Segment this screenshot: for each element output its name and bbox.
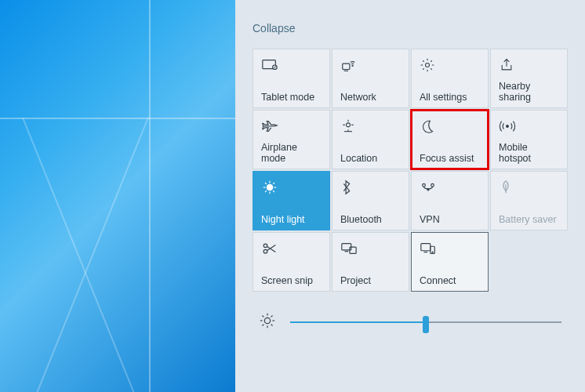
airplane-icon [261, 117, 322, 136]
quick-action-tiles: Tablet modeNetworkAll settingsNearby sha… [253, 49, 568, 292]
svg-point-5 [426, 64, 430, 67]
project-icon [340, 239, 401, 258]
tile-screen-snip[interactable]: Screen snip [253, 232, 330, 292]
collapse-link[interactable]: Collapse [253, 22, 568, 34]
brightness-thumb[interactable] [423, 316, 429, 333]
tile-label: Screen snip [261, 275, 322, 286]
tablet-icon [261, 56, 322, 74]
tile-label: Connect [420, 275, 480, 286]
brightness-fill [290, 321, 426, 323]
tile-night-light[interactable]: Night light [253, 171, 330, 230]
svg-point-8 [267, 184, 272, 190]
tile-label: Airplane mode [261, 142, 322, 164]
hotspot-icon [499, 117, 559, 136]
svg-line-37 [262, 325, 263, 326]
tile-vpn[interactable]: VPN [411, 171, 489, 230]
tile-airplane-mode[interactable]: Airplane mode [253, 110, 330, 169]
svg-point-17 [423, 183, 426, 187]
svg-point-18 [431, 183, 434, 187]
tile-nearby-sharing[interactable]: Nearby sharing [490, 49, 568, 108]
action-center-panel: Collapse Tablet modeNetworkAll settingsN… [235, 0, 585, 392]
svg-point-29 [432, 252, 433, 252]
tile-label: Project [340, 275, 401, 286]
tile-label: Focus assist [420, 153, 480, 164]
brightness-row [253, 312, 568, 332]
svg-point-19 [427, 189, 429, 191]
tile-label: Battery saver [499, 214, 559, 225]
tile-bluetooth[interactable]: Bluetooth [332, 171, 409, 230]
svg-point-6 [347, 123, 351, 127]
tile-label: Network [340, 92, 401, 103]
snip-icon [261, 239, 322, 258]
svg-point-21 [263, 249, 267, 253]
tile-label: Night light [261, 214, 322, 225]
tile-network[interactable]: Network [332, 49, 409, 108]
tile-label: Mobile hotspot [499, 142, 559, 164]
nightlight-icon [261, 178, 322, 197]
leaf-icon [499, 178, 559, 197]
svg-rect-2 [343, 64, 350, 69]
tile-mobile-hotspot[interactable]: Mobile hotspot [490, 110, 568, 169]
location-icon [340, 117, 401, 136]
tile-location[interactable]: Location [332, 110, 409, 169]
tile-label: VPN [420, 214, 480, 225]
tile-label: Tablet mode [261, 92, 322, 103]
tile-label: Location [340, 153, 401, 164]
connect-icon [420, 239, 480, 258]
vpn-icon [420, 178, 480, 197]
desktop-wallpaper [0, 0, 235, 392]
bluetooth-icon [340, 178, 401, 197]
tile-connect[interactable]: Connect [411, 232, 489, 292]
tile-project[interactable]: Project [332, 232, 409, 292]
tile-label: Nearby sharing [499, 81, 559, 103]
gear-icon [420, 56, 480, 74]
svg-line-38 [271, 315, 273, 317]
svg-rect-26 [421, 244, 431, 251]
svg-line-13 [265, 183, 267, 184]
svg-line-35 [262, 315, 263, 317]
brightness-slider[interactable] [290, 314, 561, 330]
tile-all-settings[interactable]: All settings [411, 49, 489, 108]
svg-point-7 [507, 125, 509, 128]
moon-icon [420, 117, 480, 136]
svg-line-15 [265, 191, 267, 192]
brightness-icon [259, 312, 276, 332]
svg-point-22 [263, 244, 267, 248]
svg-point-30 [264, 318, 270, 323]
tile-tablet-mode[interactable]: Tablet mode [253, 49, 330, 108]
share-icon [499, 56, 559, 74]
tile-battery-saver[interactable]: Battery saver [490, 171, 568, 230]
tile-focus-assist[interactable]: Focus assist [411, 110, 489, 169]
svg-line-36 [271, 325, 273, 326]
tile-label: All settings [420, 92, 480, 103]
wifi-pc-icon [340, 56, 401, 74]
svg-line-16 [273, 183, 274, 184]
svg-line-14 [273, 191, 274, 192]
tile-label: Bluetooth [340, 214, 401, 225]
svg-point-4 [352, 65, 353, 66]
